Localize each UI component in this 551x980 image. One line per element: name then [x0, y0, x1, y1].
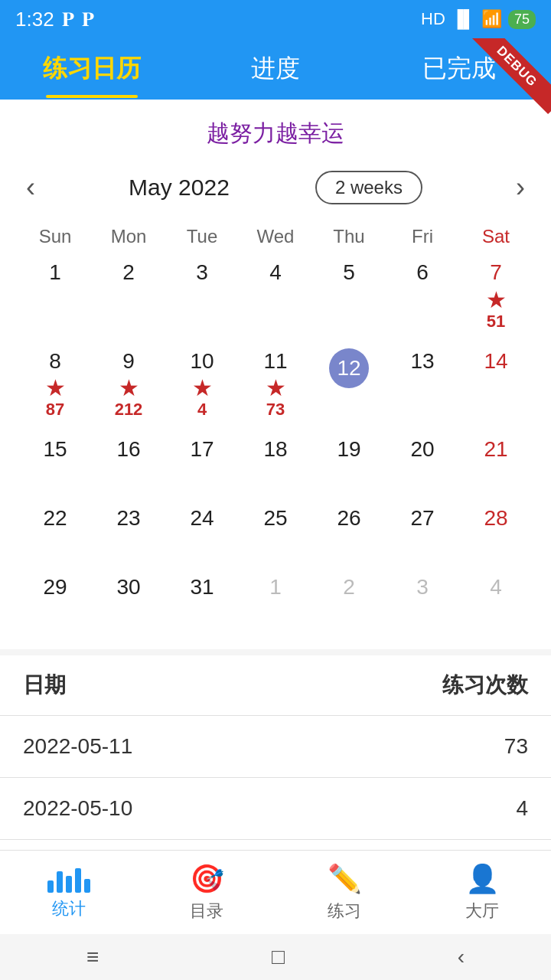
practice-icon: ✏️	[328, 863, 362, 895]
day-star-8: ★	[45, 377, 66, 400]
day-cell-11[interactable]: 11 ★ 73	[239, 342, 312, 431]
battery-indicator: 75	[508, 10, 536, 29]
day-cell-1[interactable]: 1	[18, 253, 92, 342]
hd-label: HD	[421, 9, 445, 29]
day-num-23: 23	[116, 505, 140, 531]
day-cell-30[interactable]: 30	[92, 568, 165, 637]
motto-text: 越努力越幸运	[0, 100, 551, 158]
wifi-icon: 📶	[481, 9, 502, 29]
nav-practice[interactable]: ✏️ 练习	[276, 851, 413, 934]
day-num-15: 15	[43, 436, 67, 462]
tab-progress[interactable]: 进度	[184, 40, 367, 98]
day-header-sun: Sun	[18, 220, 92, 253]
nav-practice-label: 练习	[328, 900, 361, 923]
day-num-19: 19	[337, 436, 360, 462]
calendar-header: ‹ May 2022 2 weeks ›	[18, 171, 533, 204]
day-cell-17[interactable]: 17	[165, 430, 239, 499]
day-cell-12[interactable]: 12	[312, 342, 386, 431]
day-cell-7[interactable]: 7 ★ 51	[459, 253, 533, 342]
day-header-sat: Sat	[459, 220, 533, 253]
day-cell-2[interactable]: 2	[92, 253, 165, 342]
day-cell-19[interactable]: 19	[312, 430, 386, 499]
day-num-22: 22	[43, 505, 67, 531]
day-cell-next-1[interactable]: 1	[239, 568, 312, 637]
day-cell-29[interactable]: 29	[18, 568, 92, 637]
day-cell-5[interactable]: 5	[312, 253, 386, 342]
status-left: 1:32 𝐏 𝐏	[15, 8, 94, 31]
day-cell-16[interactable]: 16	[92, 430, 165, 499]
day-cell-10[interactable]: 10 ★ 4	[165, 342, 239, 431]
nav-stats[interactable]: 统计	[0, 851, 138, 934]
day-cell-14[interactable]: 14	[459, 342, 533, 431]
day-cell-26[interactable]: 26	[312, 499, 386, 568]
day-cell-27[interactable]: 27	[386, 499, 459, 568]
day-num-24: 24	[190, 505, 214, 531]
time-display: 1:32	[15, 8, 54, 31]
signal-icon: ▐▌	[452, 9, 475, 29]
log-header-count-label: 练习次数	[442, 671, 528, 700]
day-cell-next-3[interactable]: 3	[386, 568, 459, 637]
day-num-30: 30	[116, 574, 140, 600]
day-cell-next-2[interactable]: 2	[312, 568, 386, 637]
motto-label: 越努力越幸运	[207, 120, 344, 145]
sys-home-button[interactable]: □	[272, 945, 285, 969]
day-num-3: 3	[196, 260, 208, 286]
day-cell-21[interactable]: 21	[459, 430, 533, 499]
prev-month-button[interactable]: ‹	[18, 172, 43, 204]
day-star-10: ★	[192, 377, 213, 400]
next-month-button[interactable]: ›	[508, 172, 533, 204]
log-date-0: 2022-05-11	[23, 734, 504, 759]
tab-completed[interactable]: 已完成	[367, 40, 551, 98]
day-header-wed: Wed	[239, 220, 312, 253]
day-cell-18[interactable]: 18	[239, 430, 312, 499]
day-count-7: 51	[487, 312, 505, 332]
log-header-date-label: 日期	[23, 671, 442, 700]
day-cell-22[interactable]: 22	[18, 499, 92, 568]
day-cell-next-4[interactable]: 4	[459, 568, 533, 637]
day-num-9: 9	[122, 348, 135, 374]
log-date-1: 2022-05-10	[23, 796, 516, 821]
day-num-26: 26	[337, 505, 360, 531]
system-nav-bar: ≡ □ ‹	[0, 934, 551, 980]
day-num-21: 21	[484, 436, 507, 462]
day-num-17: 17	[190, 436, 214, 462]
log-count-1: 4	[516, 796, 528, 821]
day-num-25: 25	[263, 505, 287, 531]
day-num-next-4: 4	[490, 574, 502, 600]
day-num-18: 18	[263, 436, 287, 462]
day-cell-15[interactable]: 15	[18, 430, 92, 499]
day-cell-8[interactable]: 8 ★ 87	[18, 342, 92, 431]
day-cell-9[interactable]: 9 ★ 212	[92, 342, 165, 431]
day-cell-13[interactable]: 13	[386, 342, 459, 431]
nav-hall[interactable]: 👤 大厅	[413, 851, 551, 934]
day-num-11: 11	[263, 348, 287, 374]
day-header-tue: Tue	[165, 220, 239, 253]
day-cell-23[interactable]: 23	[92, 499, 165, 568]
day-cell-3[interactable]: 3	[165, 253, 239, 342]
day-num-29: 29	[43, 574, 67, 600]
day-cell-4[interactable]: 4	[239, 253, 312, 342]
log-row-1[interactable]: 2022-05-10 4	[0, 778, 551, 840]
calendar: ‹ May 2022 2 weeks › Sun Mon Tue Wed Thu…	[0, 158, 551, 649]
day-header-fri: Fri	[386, 220, 459, 253]
day-cell-6[interactable]: 6	[386, 253, 459, 342]
day-num-31: 31	[190, 574, 214, 600]
day-num-next-2: 2	[343, 574, 355, 600]
stats-icon	[47, 865, 90, 893]
weeks-toggle-button[interactable]: 2 weeks	[315, 171, 422, 204]
day-cell-20[interactable]: 20	[386, 430, 459, 499]
log-count-0: 73	[504, 734, 528, 759]
day-cell-31[interactable]: 31	[165, 568, 239, 637]
sys-menu-button[interactable]: ≡	[86, 945, 99, 969]
day-num-20: 20	[410, 436, 434, 462]
day-cell-28[interactable]: 28	[459, 499, 533, 568]
day-cell-25[interactable]: 25	[239, 499, 312, 568]
day-cell-24[interactable]: 24	[165, 499, 239, 568]
tab-calendar[interactable]: 练习日历	[0, 40, 184, 98]
day-count-9: 212	[115, 400, 143, 420]
nav-catalog[interactable]: 🎯 目录	[138, 851, 276, 934]
tab-bar: 练习日历 进度 已完成 DEBUG	[0, 38, 551, 100]
sys-back-button[interactable]: ‹	[458, 945, 465, 969]
day-star-7: ★	[486, 289, 507, 312]
log-row-0[interactable]: 2022-05-11 73	[0, 716, 551, 778]
